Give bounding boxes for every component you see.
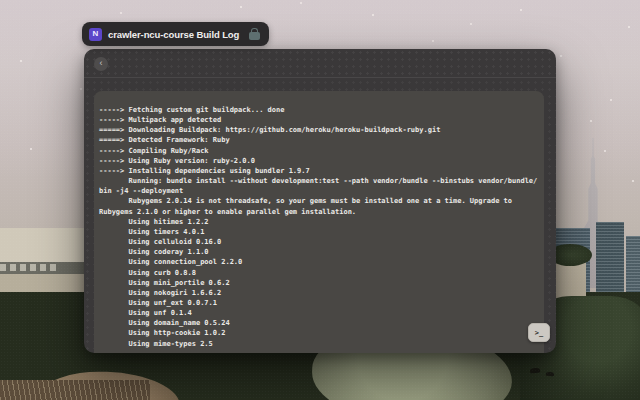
window-header: ‹: [84, 49, 556, 78]
log-line: Using connection_pool 2.2.0: [99, 257, 538, 267]
build-log-window: ‹ -----> Fetching custom git buildpack..…: [84, 49, 556, 353]
log-line: -----> Compiling Ruby/Rack: [99, 146, 538, 156]
build-log-tab[interactable]: N crawler-ncu-course Build Log: [82, 22, 269, 46]
log-line: Using nokogiri 1.6.6.2: [99, 288, 538, 298]
log-line: Using coderay 1.1.0: [99, 247, 538, 257]
log-line: =====> Detected Framework: Ruby: [99, 135, 538, 145]
back-button[interactable]: ‹: [94, 57, 108, 71]
log-line: Rubygems 2.1.0 or higher to enable paral…: [99, 207, 538, 217]
log-line: Using celluloid 0.16.0: [99, 237, 538, 247]
log-line: Using mime-types 2.5: [99, 339, 538, 349]
screenshot-root: N crawler-ncu-course Build Log ‹ -----> …: [0, 0, 640, 400]
log-line: Rubygems 2.0.14 is not threadsafe, so yo…: [99, 196, 538, 206]
tab-title: crawler-ncu-course Build Log: [108, 29, 239, 40]
lock-icon: [249, 32, 260, 40]
log-line: Using hitimes 1.2.2: [99, 217, 538, 227]
log-line: Using unf 0.1.4: [99, 308, 538, 318]
log-line: Running: bundle install --without develo…: [99, 176, 538, 186]
log-line: -----> Installing dependencies using bun…: [99, 166, 538, 176]
app-favicon-icon: N: [89, 28, 102, 41]
open-terminal-button[interactable]: >_: [528, 323, 550, 342]
log-line: Using domain_name 0.5.24: [99, 318, 538, 328]
log-line: Using mini_portile 0.6.2: [99, 278, 538, 288]
log-line: Using timers 4.0.1: [99, 227, 538, 237]
log-line: -----> Multipack app detected: [99, 115, 538, 125]
log-line: Using curb 0.8.8: [99, 268, 538, 278]
log-line: Using unf_ext 0.0.7.1: [99, 298, 538, 308]
log-line: Using http-cookie 1.0.2: [99, 328, 538, 338]
window-body: -----> Fetching custom git buildpack... …: [84, 79, 556, 353]
log-line: -----> Fetching custom git buildpack... …: [99, 105, 538, 115]
log-line: -----> Using Ruby version: ruby-2.0.0: [99, 156, 538, 166]
log-line: bin -j4 --deployment: [99, 186, 538, 196]
build-log-output[interactable]: -----> Fetching custom git buildpack... …: [94, 91, 544, 353]
log-line: =====> Downloading Buildpack: https://gi…: [99, 125, 538, 135]
